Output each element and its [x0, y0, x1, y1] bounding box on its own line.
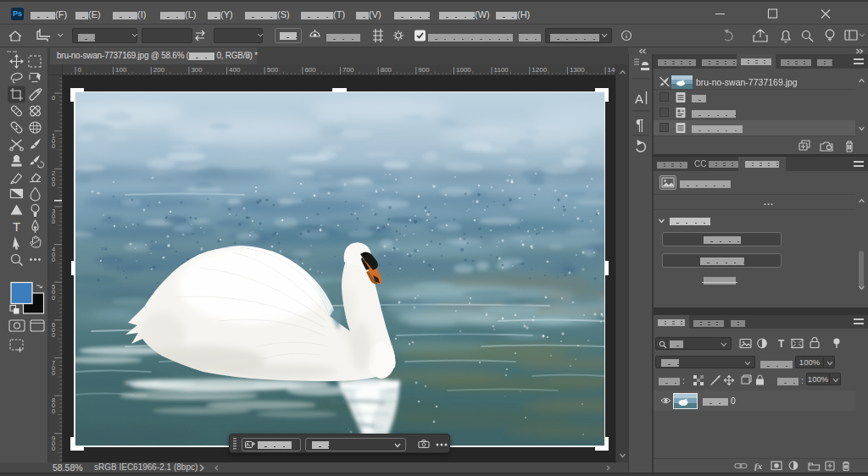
svg-text:0: 0 [52, 256, 55, 263]
svg-text:A: A [635, 91, 643, 106]
svg-text:0: 0 [52, 294, 55, 302]
svg-text:0: 0 [52, 407, 55, 415]
svg-text:0: 0 [52, 142, 55, 150]
svg-text:T: T [778, 338, 785, 350]
svg-text:400: 400 [229, 66, 241, 74]
svg-text:500: 500 [267, 66, 279, 74]
svg-text:200: 200 [153, 66, 165, 74]
svg-text:fx: fx [754, 461, 763, 471]
svg-text:900: 900 [418, 66, 430, 74]
svg-text:0: 0 [52, 218, 55, 225]
svg-text:1000: 1000 [456, 66, 471, 74]
svg-text:100: 100 [115, 66, 127, 74]
svg-text:0: 0 [52, 331, 55, 339]
svg-text:1300: 1300 [570, 66, 585, 74]
svg-text:0: 0 [52, 445, 55, 452]
svg-text:700: 700 [342, 66, 354, 74]
svg-text:1400: 1400 [608, 66, 615, 74]
svg-text:300: 300 [191, 66, 203, 74]
svg-text:0: 0 [52, 180, 55, 188]
svg-text:800: 800 [381, 66, 392, 74]
svg-text:600: 600 [304, 66, 316, 74]
svg-text:0: 0 [78, 66, 82, 74]
svg-text:0: 0 [52, 369, 55, 377]
svg-text:T: T [13, 219, 20, 234]
svg-text:¶: ¶ [636, 117, 644, 134]
svg-text:1200: 1200 [531, 66, 547, 74]
svg-text:1100: 1100 [494, 66, 509, 74]
svg-text:0: 0 [52, 94, 55, 102]
